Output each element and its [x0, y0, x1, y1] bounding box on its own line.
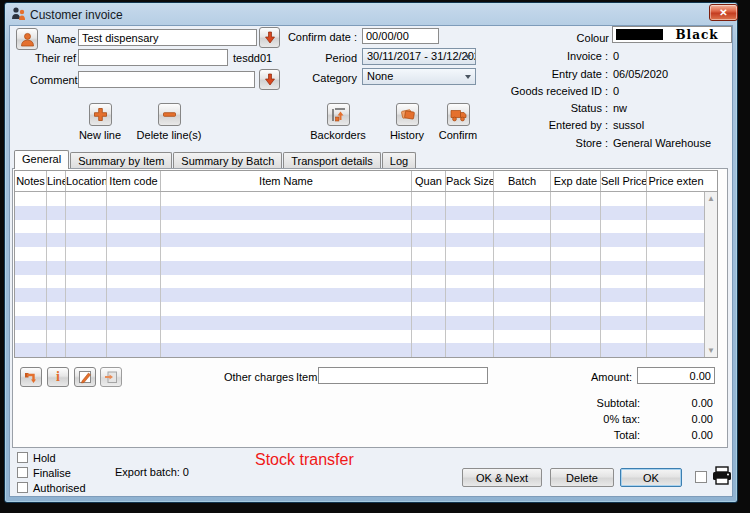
copy-in-button[interactable] [100, 367, 122, 387]
tax-value: 0.00 [640, 413, 713, 425]
amount-input[interactable] [637, 367, 715, 384]
col-quan[interactable]: Quan [412, 171, 446, 191]
customer-invoice-icon [11, 6, 26, 21]
tab-log[interactable]: Log [382, 152, 416, 169]
edit-line-button[interactable] [74, 367, 96, 387]
column-divider [411, 192, 412, 357]
tab-general[interactable]: General [14, 150, 69, 169]
minus-icon [162, 107, 177, 122]
col-sell-price[interactable]: Sell Price [601, 171, 647, 191]
choose-name-button[interactable] [16, 28, 38, 50]
delete-lines-button[interactable] [158, 103, 181, 126]
export-batch: Export batch: 0 [115, 466, 189, 478]
stock-transfer-text: Stock transfer [255, 451, 354, 469]
col-exp-date[interactable]: Exp date [551, 171, 601, 191]
arrow-into-box-icon [104, 370, 118, 384]
window-title: Customer invoice [30, 8, 123, 22]
column-divider [550, 192, 551, 357]
store-value: General Warehouse [613, 137, 711, 149]
truck-icon [450, 108, 467, 122]
table-scrollbar[interactable]: ▲ ▼ [704, 192, 717, 357]
screen: Customer invoice ✕ Name Their ref tesdd0… [0, 0, 750, 513]
period-label: Period [300, 52, 357, 64]
goods-received-label: Goods received ID : [468, 85, 608, 97]
subtotal-label: Subtotal: [540, 397, 640, 409]
info-icon: i [56, 369, 60, 385]
comment-input[interactable] [78, 71, 255, 88]
confirm-date-input[interactable] [362, 28, 439, 44]
finalise-checkbox[interactable] [17, 467, 28, 478]
hold-checkbox[interactable] [17, 452, 28, 463]
backorders-button[interactable] [327, 103, 350, 126]
other-charges-label: Other charges [224, 371, 294, 383]
col-item-code[interactable]: Item code [107, 171, 161, 191]
pencil-edit-icon [78, 370, 92, 384]
total-value: 0.00 [640, 429, 713, 441]
column-divider [160, 192, 161, 357]
tab-bar: General Summary by Item Summary by Batch… [14, 151, 417, 169]
confirm-button[interactable] [447, 103, 470, 126]
total-label: Total: [540, 429, 640, 441]
close-icon[interactable]: ✕ [709, 4, 738, 21]
tab-summary-by-batch[interactable]: Summary by Batch [173, 152, 282, 169]
period-select[interactable]: 30/11/2017 - 31/12/2020 [362, 48, 476, 65]
scroll-up-icon[interactable]: ▲ [705, 194, 717, 203]
red-down-arrow-icon [264, 73, 276, 86]
name-input[interactable] [78, 29, 257, 46]
col-batch[interactable]: Batch [494, 171, 551, 191]
colour-picker[interactable]: Black [612, 26, 732, 43]
print-checkbox[interactable] [695, 471, 707, 483]
backorders-label: Backorders [298, 129, 378, 141]
col-item-name[interactable]: Item Name [161, 171, 412, 191]
tab-summary-by-item[interactable]: Summary by Item [70, 152, 172, 169]
column-divider [600, 192, 601, 357]
name-list-button[interactable] [259, 27, 280, 48]
colour-label: Colour [570, 32, 609, 44]
delete-button[interactable]: Delete [550, 468, 614, 487]
red-down-arrow-icon [264, 31, 276, 44]
flow-pipe-icon [24, 370, 38, 384]
tab-transport-details[interactable]: Transport details [283, 152, 381, 169]
history-button[interactable] [396, 103, 419, 126]
table-body [15, 192, 704, 357]
colour-swatch [616, 29, 663, 40]
backorder-box-icon [331, 107, 347, 123]
tax-label: 0% tax: [540, 413, 640, 425]
name-code: tesdd01 [233, 52, 272, 64]
category-select[interactable]: None [362, 68, 476, 85]
entry-date-label: Entry date : [468, 68, 608, 80]
confirm-label: Confirm [418, 129, 498, 141]
column-divider [106, 192, 107, 357]
col-line[interactable]: Line [47, 171, 66, 191]
column-divider [646, 192, 647, 357]
info-button[interactable]: i [47, 367, 69, 387]
column-divider [65, 192, 66, 357]
col-location[interactable]: Location [66, 171, 107, 191]
scroll-down-icon[interactable]: ▼ [705, 346, 717, 355]
column-divider [493, 192, 494, 357]
column-divider [46, 192, 47, 357]
col-notes[interactable]: Notes [15, 171, 47, 191]
printer-icon[interactable] [711, 466, 733, 490]
col-price-exten[interactable]: Price exten [647, 171, 705, 191]
ok-next-button[interactable]: OK & Next [462, 468, 542, 487]
hold-label: Hold [33, 452, 56, 464]
charge-item-input[interactable] [318, 367, 488, 384]
comment-label: Comment [30, 74, 76, 86]
invoice-label: Invoice : [468, 50, 608, 62]
ok-button[interactable]: OK [620, 468, 682, 487]
comment-edit-button[interactable] [259, 69, 280, 90]
their-ref-input[interactable] [78, 49, 228, 66]
their-ref-label: Their ref [30, 52, 76, 64]
authorised-checkbox[interactable] [17, 482, 28, 493]
invoice-lines-table: Notes Line Location Item code Item Name … [14, 170, 718, 358]
new-line-button[interactable] [89, 103, 112, 126]
category-label: Category [300, 72, 357, 84]
plus-icon [93, 107, 108, 122]
confirm-date-label: Confirm date : [280, 31, 357, 43]
entered-by-value: sussol [613, 119, 644, 131]
status-value: nw [613, 102, 627, 114]
col-pack-size[interactable]: Pack Size [446, 171, 494, 191]
delete-lines-label: Delete line(s) [119, 129, 219, 141]
stock-flow-button[interactable] [20, 367, 42, 387]
